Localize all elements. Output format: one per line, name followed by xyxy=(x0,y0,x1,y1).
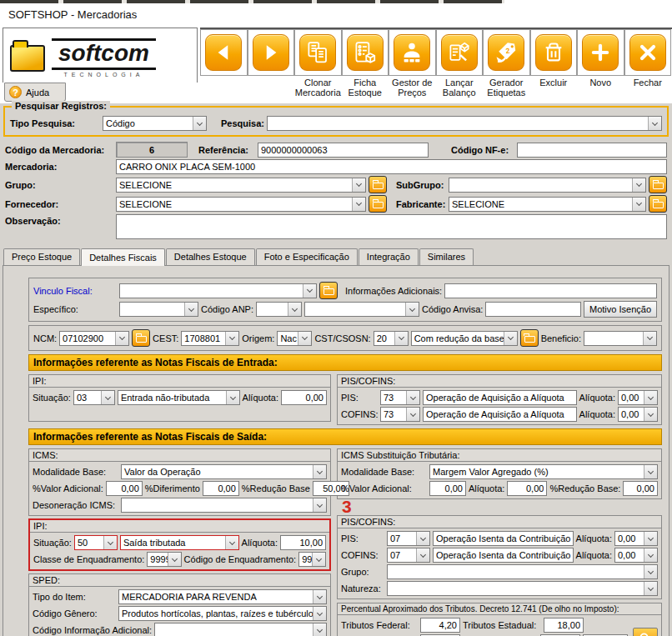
icms-st-modalidade-select[interactable]: Margem Valor Agregado (%) xyxy=(429,464,658,479)
anp-desc-select[interactable] xyxy=(304,302,419,317)
tributos-estadual-input[interactable] xyxy=(544,618,584,633)
chevron-down-icon xyxy=(644,532,657,545)
ipi-saida-aliquota-input[interactable] xyxy=(280,535,326,550)
tab-preco-estoque[interactable]: Preço Estoque xyxy=(3,248,80,265)
fabricante-select[interactable]: SELECIONE xyxy=(449,197,646,212)
chevron-down-icon xyxy=(352,198,365,211)
piscofins-grupo-select[interactable] xyxy=(387,564,658,579)
gestor-precos-button[interactable] xyxy=(389,29,436,76)
novo-button[interactable] xyxy=(577,29,624,76)
tab-detalhes-estoque[interactable]: Detalhes Estoque xyxy=(166,248,255,265)
chevron-down-icon xyxy=(312,553,325,566)
origem-select[interactable]: Nac xyxy=(277,331,312,346)
ipi-saida-situacao-desc-select[interactable]: Saída tributada xyxy=(120,535,239,550)
cofins-saida-select[interactable]: 07 xyxy=(387,548,430,563)
icms-desoneracao-select[interactable] xyxy=(121,498,327,513)
icms-modalidade-select[interactable]: Valor da Operação xyxy=(121,464,327,479)
pis-aliquota-label: Alíquota: xyxy=(579,393,615,403)
beneficio-select[interactable] xyxy=(584,331,657,346)
icms-st-reducao-input[interactable] xyxy=(623,481,658,496)
toolbar-cell xyxy=(200,29,248,103)
pis-entrada-aliquota-select[interactable]: 0,00 xyxy=(618,390,658,405)
cst-desc-select[interactable]: Com redução da base d xyxy=(411,331,518,346)
codigo-enquadramento-select[interactable]: 999 xyxy=(298,552,326,567)
codigo-anp-select[interactable] xyxy=(256,302,302,317)
cofins-entrada-select[interactable]: 73 xyxy=(380,407,420,422)
fornecedor-folder-button[interactable] xyxy=(369,195,387,213)
icms-st-aliquota-input[interactable] xyxy=(507,481,547,496)
vinculo-fiscal-folder-button[interactable] xyxy=(319,282,338,299)
codigo-genero-select[interactable]: Produtos hortícolas, plantas, raízes e t… xyxy=(118,606,327,621)
tab-detalhes-fiscais[interactable]: Detalhes Fiscais xyxy=(81,248,165,266)
chevron-down-icon xyxy=(643,332,656,345)
chevron-down-icon xyxy=(313,498,326,512)
subgrupo-folder-button[interactable] xyxy=(649,176,667,193)
natureza-select[interactable] xyxy=(387,581,658,596)
cofins-entrada-aliquota-select[interactable]: 0,00 xyxy=(618,407,658,422)
icms-st-valor-adicional-input[interactable] xyxy=(429,481,466,496)
grupo-folder-button[interactable] xyxy=(369,176,387,193)
pis-saida-aliquota-select[interactable]: 0,00 xyxy=(614,531,658,546)
ipi-entrada-situacao-desc-select[interactable]: Entrada não-tributada xyxy=(118,390,240,405)
subgrupo-select[interactable] xyxy=(449,178,646,193)
informacoes-adicionais-input[interactable] xyxy=(444,283,657,298)
pis-saida-aliquota-label: Alíquota: xyxy=(576,533,612,543)
codigo-nfe-input[interactable] xyxy=(517,143,667,158)
pis-entrada-select[interactable]: 73 xyxy=(380,390,420,405)
ipi-entrada-situacao-select[interactable]: 03 xyxy=(73,390,115,405)
fabricante-folder-button[interactable] xyxy=(649,195,667,213)
fornecedor-select[interactable]: SELECIONE xyxy=(116,197,366,212)
grupo-select[interactable]: SELECIONE xyxy=(116,178,366,193)
tab-integracao[interactable]: Integração xyxy=(359,248,419,265)
previous-record-button[interactable] xyxy=(200,29,248,76)
tab-similares[interactable]: Similares xyxy=(419,248,474,265)
tipo-item-select[interactable]: MERCADORIA PARA REVENDA xyxy=(118,589,327,604)
lancar-balanco-button[interactable] xyxy=(436,29,484,76)
tipo-pesquisa-select[interactable]: Código xyxy=(103,116,207,131)
ipi-entrada-aliquota-input[interactable] xyxy=(281,390,327,405)
gerador-etiquetas-button[interactable]: 2 xyxy=(483,29,530,76)
vinculo-fiscal-select[interactable] xyxy=(119,283,317,298)
cest-select[interactable]: 1708801 xyxy=(181,331,239,346)
excluir-button[interactable] xyxy=(530,29,578,76)
tributos-search-button[interactable] xyxy=(633,628,658,636)
codigo-mercadoria-value: 6 xyxy=(116,142,188,158)
pesquisa-label: Pesquisa: xyxy=(221,118,264,128)
logo-text: softcom TECNOLOGIA xyxy=(52,38,156,78)
referencia-input[interactable] xyxy=(258,143,429,158)
classe-enquadramento-label: Classe de Enquadramento: xyxy=(33,554,144,564)
pis-saida-select[interactable]: 07 xyxy=(387,531,430,546)
chevron-down-icon xyxy=(103,536,117,549)
folder-icon xyxy=(653,183,664,189)
classe-enquadramento-select[interactable]: 99999 xyxy=(147,552,181,567)
desoneracao-label: Desoneração ICMS: xyxy=(33,500,118,510)
observacao-textarea[interactable] xyxy=(116,214,667,239)
tab-foto-especificacao[interactable]: Foto e Especificação xyxy=(256,248,358,265)
mercadoria-input[interactable] xyxy=(116,159,667,174)
cst-folder-button[interactable] xyxy=(520,329,539,347)
icms-valor-adicional-input[interactable] xyxy=(106,481,143,496)
help-tab[interactable]: ? Ajuda xyxy=(4,83,66,102)
codigo-info-adicional-select[interactable] xyxy=(154,623,327,636)
tributos-federal-input[interactable] xyxy=(420,618,460,633)
ipi-saida-situacao-select[interactable]: 50 xyxy=(74,535,118,550)
cst-csosn-select[interactable]: 20 xyxy=(374,331,409,346)
pesquisa-combobox[interactable] xyxy=(267,116,662,131)
piscofins-grupo-label: Grupo: xyxy=(341,567,384,577)
ficha-estoque-button[interactable] xyxy=(342,29,389,76)
fechar-button[interactable] xyxy=(624,29,672,76)
toolbar-label: Gestor de Preços xyxy=(389,78,436,98)
icms-diferimento-input[interactable] xyxy=(203,481,239,496)
toolbar-label: Lançar Balanço xyxy=(436,78,484,98)
next-record-button[interactable] xyxy=(248,29,295,76)
folder-icon xyxy=(373,202,384,208)
especifico-select[interactable] xyxy=(119,302,198,317)
chevron-down-icon xyxy=(184,303,198,316)
ncm-folder-button[interactable] xyxy=(132,329,150,347)
toolbar-cell: Fechar xyxy=(624,29,672,103)
ncm-select[interactable]: 07102900 xyxy=(59,331,129,346)
motivo-isencao-button[interactable]: Motivo Isenção xyxy=(584,301,657,318)
cofins-saida-aliquota-select[interactable]: 0,00 xyxy=(614,548,658,563)
clonar-mercadoria-button[interactable] xyxy=(294,29,342,76)
codigo-anvisa-input[interactable] xyxy=(485,302,581,317)
